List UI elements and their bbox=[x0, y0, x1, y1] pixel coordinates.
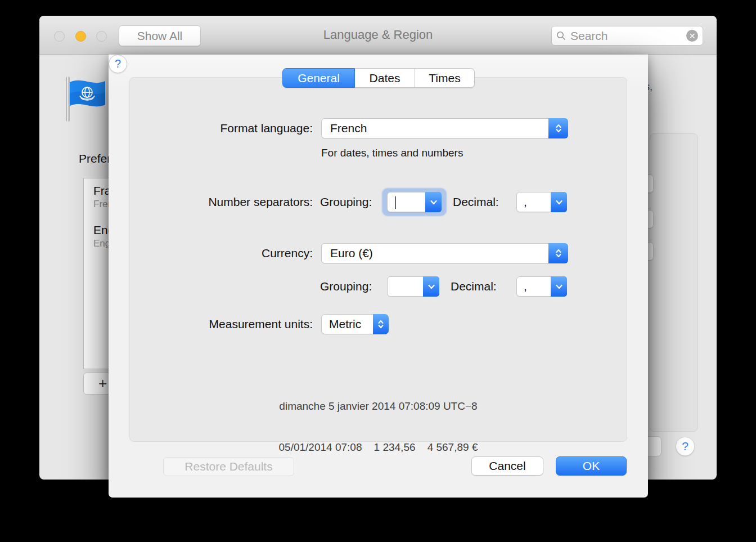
format-language-popup[interactable]: French bbox=[321, 118, 568, 138]
popup-updown-icon bbox=[548, 243, 568, 263]
format-language-label: Format language: bbox=[142, 122, 313, 135]
ok-button[interactable]: OK bbox=[556, 456, 627, 476]
currency-decimal-label: Decimal: bbox=[451, 280, 497, 293]
combo-down-icon[interactable] bbox=[425, 192, 442, 212]
sheet-help-button[interactable]: ? bbox=[109, 55, 127, 73]
search-input[interactable] bbox=[570, 29, 686, 43]
plus-icon: + bbox=[98, 375, 107, 392]
currency-grouping-label: Grouping: bbox=[320, 280, 372, 293]
currency-label: Currency: bbox=[142, 247, 313, 260]
number-decimal-value: , bbox=[524, 195, 551, 209]
tab-general[interactable]: General bbox=[282, 68, 355, 88]
region-group-panel bbox=[650, 133, 698, 432]
decimal-label: Decimal: bbox=[453, 195, 499, 209]
number-grouping-combo[interactable] bbox=[387, 192, 442, 212]
number-separators-label: Number separators: bbox=[142, 195, 313, 209]
preview-line-2: 05/01/2014 07:08 1 234,56 4 567,89 € bbox=[129, 441, 627, 454]
format-language-value: French bbox=[330, 122, 548, 135]
combo-down-icon[interactable] bbox=[551, 192, 567, 212]
combo-down-icon[interactable] bbox=[423, 276, 439, 297]
currency-decimal-value: , bbox=[524, 280, 551, 293]
cancel-button[interactable]: Cancel bbox=[471, 456, 543, 476]
format-language-hint: For dates, times and numbers bbox=[321, 147, 463, 159]
search-icon bbox=[556, 31, 566, 41]
search-field[interactable]: ✕ bbox=[551, 26, 703, 46]
number-decimal-combo[interactable]: , bbox=[516, 192, 567, 212]
popup-updown-icon bbox=[373, 314, 389, 334]
un-flag-icon bbox=[64, 74, 107, 124]
text-caret bbox=[395, 196, 396, 209]
language-region-sheet: General Dates Times Format language: Fre… bbox=[109, 55, 648, 498]
grouping-label: Grouping: bbox=[320, 195, 372, 209]
currency-value: Euro (€) bbox=[330, 247, 548, 260]
currency-popup[interactable]: Euro (€) bbox=[321, 243, 568, 263]
title-bar[interactable]: Show All Language & Region ✕ bbox=[39, 16, 717, 55]
search-clear-icon[interactable]: ✕ bbox=[686, 30, 698, 42]
measurement-units-value: Metric bbox=[329, 317, 373, 331]
combo-down-icon[interactable] bbox=[551, 276, 567, 297]
currency-decimal-combo[interactable]: , bbox=[516, 276, 567, 297]
measurement-units-label: Measurement units: bbox=[142, 317, 313, 331]
currency-grouping-combo[interactable] bbox=[387, 276, 439, 297]
window-help-button[interactable]: ? bbox=[676, 437, 695, 456]
measurement-units-popup[interactable]: Metric bbox=[321, 314, 389, 334]
popup-updown-icon bbox=[548, 118, 568, 138]
restore-defaults-button[interactable]: Restore Defaults bbox=[163, 457, 294, 476]
tab-dates[interactable]: Dates bbox=[355, 68, 415, 88]
tab-bar: General Dates Times bbox=[282, 68, 475, 88]
preview-line-1: dimanche 5 janvier 2014 07:08:09 UTC−8 bbox=[129, 400, 627, 413]
tab-times[interactable]: Times bbox=[415, 68, 475, 88]
